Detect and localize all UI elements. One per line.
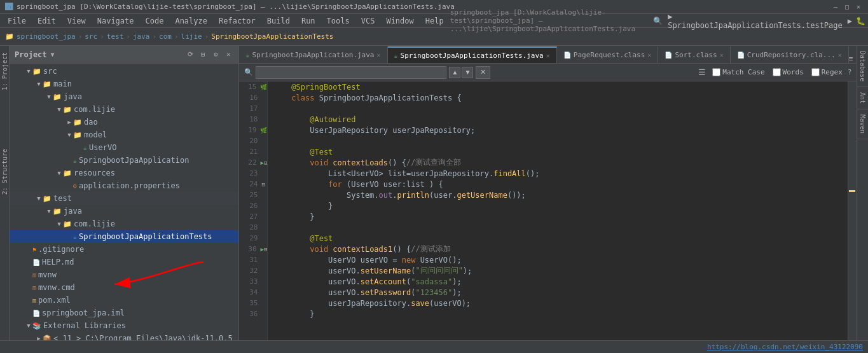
tab-close-3[interactable]: ✕: [720, 52, 724, 59]
right-panel-strip: Database Ant Maven: [857, 46, 868, 353]
close-panel-icon[interactable]: ✕: [223, 50, 233, 60]
code-line-33: userVO.setAccount("sadassa");: [268, 276, 848, 287]
code-line-31: UserVO userVO = new UserVO();: [268, 254, 848, 265]
tree-dao[interactable]: ▶ 📁dao: [10, 116, 238, 128]
debug-button[interactable]: 🐛: [856, 17, 865, 25]
code-line-25: System.out.println(user.getUserName());: [268, 190, 848, 200]
tab-close-1[interactable]: ✕: [546, 52, 550, 59]
project-icon: 📁: [5, 32, 14, 41]
menu-build[interactable]: Build: [262, 15, 295, 27]
match-case-checkbox[interactable]: [712, 68, 720, 76]
tab-crudrepo[interactable]: 📄 CrudRepository.cla... ✕: [731, 46, 849, 63]
tree-src[interactable]: ▼ 📁src: [10, 65, 238, 78]
code-line-23: List<UserVO> list=userJpaRepository.find…: [268, 168, 848, 179]
tab-springboot-tests[interactable]: ☕ SpringbootJpaApplicationTests.java ✕: [388, 46, 557, 63]
tree-pomxml[interactable]: mpom.xml: [10, 294, 238, 307]
tree-test[interactable]: ▼ 📁test: [10, 192, 238, 205]
bc-test: test: [107, 32, 124, 41]
project-dropdown-icon[interactable]: ▼: [51, 51, 55, 58]
code-line-29: @Test: [268, 233, 848, 244]
regex-help: ?: [848, 68, 852, 76]
collapse-icon[interactable]: ⊟: [198, 50, 208, 60]
bc-project: springboot_jpa: [17, 32, 76, 41]
code-line-22: void contextLoads() {//测试查询全部: [268, 157, 848, 168]
search-field-icon: 🔍: [244, 68, 253, 76]
find-next-btn[interactable]: ▼: [462, 67, 473, 78]
find-prev-btn[interactable]: ▲: [449, 67, 460, 78]
menu-refactor[interactable]: Refactor: [214, 15, 261, 27]
close-button[interactable]: ✕: [854, 3, 863, 11]
words-label: Words: [773, 68, 804, 76]
tree-mvnw[interactable]: mmvnw: [10, 268, 238, 281]
tree-java-main[interactable]: ▼ 📁java: [10, 90, 238, 103]
tree-model[interactable]: ▼ 📁model: [10, 128, 238, 141]
code-line-15: @SpringBootTest: [268, 81, 848, 92]
code-line-28: [268, 222, 848, 233]
tab-pagerequest[interactable]: 📄 PageRequest.class ✕: [557, 46, 659, 63]
menu-file[interactable]: File: [3, 15, 31, 27]
run-config: ▶ SpringbootJpaApplicationTests.testPage: [668, 12, 843, 30]
tree-uservo[interactable]: ☕UserVO: [10, 141, 238, 154]
code-line-27: }: [268, 211, 848, 222]
menu-run[interactable]: Run: [296, 15, 320, 27]
find-close-btn[interactable]: ✕: [476, 66, 490, 79]
tree-com-lijie[interactable]: ▼ 📁com.lijie: [10, 103, 238, 116]
menu-code[interactable]: Code: [141, 15, 169, 27]
tree-helpmd[interactable]: 📄HELP.md: [10, 256, 238, 268]
code-line-26: }: [268, 200, 848, 211]
tab-sort[interactable]: 📄 Sort.class ✕: [658, 46, 730, 63]
bookmark-mark: [849, 190, 855, 192]
ant-tab[interactable]: Ant: [857, 87, 868, 109]
menu-navigate[interactable]: Navigate: [92, 15, 139, 27]
find-input[interactable]: [256, 66, 446, 79]
tree-ext-libs[interactable]: ▼ 📚External Libraries: [10, 319, 238, 332]
menu-tools[interactable]: Tools: [322, 15, 355, 27]
tab-close-4[interactable]: ✕: [838, 52, 842, 59]
menu-analyze[interactable]: Analyze: [170, 15, 212, 27]
code-lines: @SpringBootTest class SpringbootJpaAppli…: [268, 81, 848, 319]
menu-window[interactable]: Window: [381, 15, 418, 27]
code-line-34: userVO.setPassword("123456");: [268, 287, 848, 298]
code-line-36: }: [268, 308, 848, 319]
maximize-button[interactable]: □: [843, 3, 851, 11]
code-line-20: [268, 135, 848, 146]
tree-tests-selected[interactable]: ☕SpringbootJpaApplicationTests: [10, 230, 238, 243]
menu-vcs[interactable]: VCS: [356, 15, 380, 27]
tree-gitignore[interactable]: ⚑.gitignore: [10, 243, 238, 256]
status-url[interactable]: https://blog.csdn.net/weixin_43122090: [707, 343, 863, 351]
search-everywhere-icon[interactable]: 🔍: [653, 17, 663, 25]
filter-icon[interactable]: ☰: [698, 67, 706, 77]
structure-tab[interactable]: 1: Project: [0, 48, 10, 94]
menu-view[interactable]: View: [62, 15, 91, 27]
tab-springboot-app[interactable]: ☕ SpringbootJpaApplication.java ✕: [239, 46, 387, 63]
tree-com-lijie-test[interactable]: ▼ 📁com.lijie: [10, 218, 238, 230]
recent-files-icon[interactable]: ≡: [849, 55, 853, 63]
run-button[interactable]: ▶: [848, 17, 852, 25]
tab-close-2[interactable]: ✕: [647, 52, 651, 59]
code-content[interactable]: @SpringBootTest class SpringbootJpaAppli…: [268, 81, 848, 353]
sync-icon[interactable]: ⟳: [185, 50, 195, 60]
menu-help[interactable]: Help: [420, 15, 449, 27]
maven-tab[interactable]: Maven: [857, 109, 868, 139]
tree-springboot-app[interactable]: ☕SpringbootJpaApplication: [10, 154, 238, 167]
code-line-24: for (UserVO user:list ) {: [268, 179, 848, 190]
tree-java-test[interactable]: ▼ 📁java: [10, 205, 238, 218]
app-logo: 🅰: [5, 3, 13, 11]
tree-main[interactable]: ▼ 📁main: [10, 78, 238, 90]
breadcrumb-bar: 📁 springboot_jpa › src › test › java › c…: [0, 28, 868, 46]
words-checkbox[interactable]: [773, 68, 781, 76]
structure-tab2[interactable]: 2: Structure: [0, 145, 10, 198]
database-tab[interactable]: Database: [857, 46, 868, 87]
tab-close-0[interactable]: ✕: [377, 52, 381, 59]
settings-icon[interactable]: ⚙: [210, 50, 221, 60]
match-case-label: Match Case: [712, 68, 764, 76]
tree-resources[interactable]: ▼ 📁resources: [10, 167, 238, 179]
menu-edit[interactable]: Edit: [32, 15, 61, 27]
tree-app-props[interactable]: ⚙application.properties: [10, 179, 238, 192]
minimize-button[interactable]: —: [831, 3, 840, 11]
regex-checkbox[interactable]: [811, 68, 820, 76]
bc-com: com: [159, 32, 172, 41]
title-text: springboot_jpa [D:\WorkCatalog\lijie-tes…: [17, 3, 455, 11]
tree-mvnw-cmd[interactable]: mmvnw.cmd: [10, 281, 238, 294]
tree-iml[interactable]: 📄springboot_jpa.iml: [10, 307, 238, 319]
